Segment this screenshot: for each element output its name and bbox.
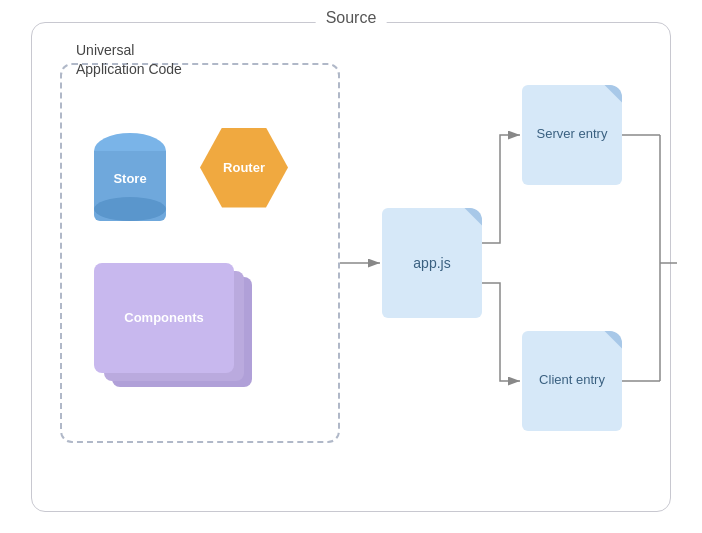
router-label: Router	[200, 128, 288, 208]
server-entry-label: Server entry	[522, 85, 622, 185]
client-entry-label: Client entry	[522, 331, 622, 431]
arrow-appjs-to-server	[482, 135, 520, 243]
components-node: Components	[94, 263, 264, 393]
appjs-label: app.js	[382, 208, 482, 318]
cylinder-bottom	[94, 197, 166, 221]
components-label: Components	[124, 310, 203, 325]
store-label: Store	[94, 171, 166, 186]
source-diagram-container: Source Universal Application Code Store …	[31, 22, 671, 512]
inner-box-title: Universal Application Code	[60, 41, 182, 80]
comp-page-front: Components	[94, 263, 234, 373]
arrow-appjs-to-client	[482, 283, 520, 381]
diagram-title: Source	[316, 9, 387, 27]
